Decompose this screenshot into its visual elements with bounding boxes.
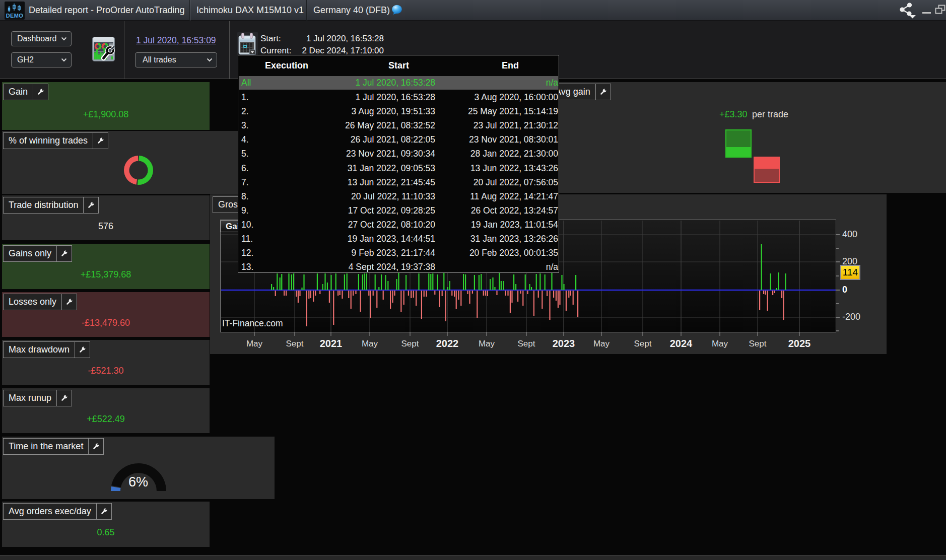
svg-text:DEMO: DEMO — [6, 13, 24, 19]
svg-text:6%: 6% — [128, 474, 148, 489]
